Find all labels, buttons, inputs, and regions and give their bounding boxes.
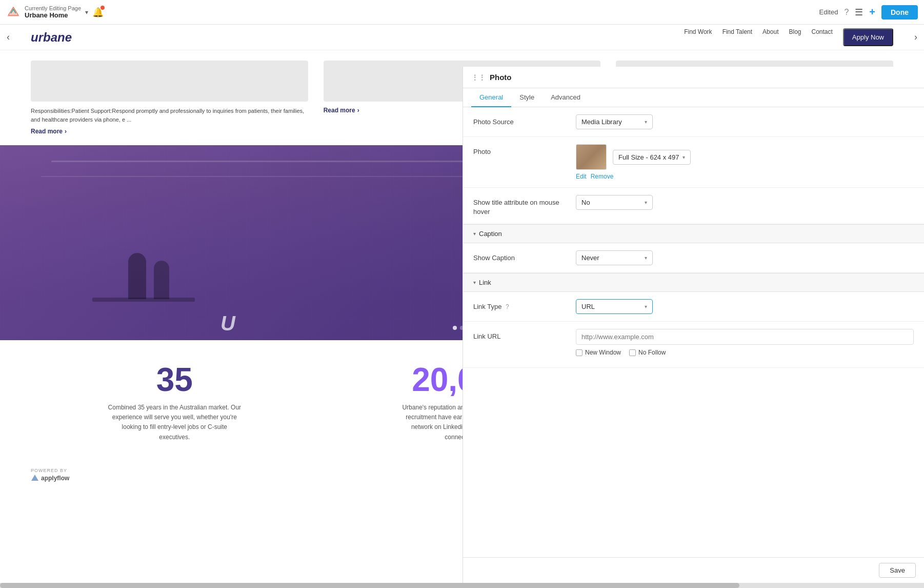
- photo-thumb-row: Full Size - 624 x 497 ▾: [576, 144, 914, 170]
- photo-source-label: Photo Source: [473, 114, 576, 127]
- show-title-row: Show title attribute on mouse hover No ▾: [463, 188, 924, 224]
- nav-arrow-left[interactable]: ‹: [0, 25, 16, 49]
- show-title-value: No: [581, 199, 590, 206]
- done-button[interactable]: Done: [881, 5, 918, 19]
- new-window-checkbox-box[interactable]: [576, 349, 582, 356]
- thumb-image: [576, 145, 606, 169]
- editing-label: Currently Editing Page: [25, 5, 81, 11]
- stat-description: Combined 35 years in the Australian mark…: [108, 403, 241, 442]
- help-icon[interactable]: ?: [844, 8, 849, 17]
- save-button[interactable]: Save: [879, 563, 916, 578]
- show-title-control: No ▾: [576, 195, 914, 210]
- photo-source-select[interactable]: Media Library ▾: [576, 114, 653, 129]
- photo-source-row: Photo Source Media Library ▾: [463, 107, 924, 137]
- chevron-down-icon: ▾: [645, 304, 647, 309]
- arrow-icon: ›: [357, 107, 359, 114]
- show-caption-row: Show Caption Never ▾: [463, 243, 924, 273]
- photo-size-value: Full Size - 624 x 497: [618, 153, 679, 161]
- add-icon[interactable]: +: [869, 6, 875, 18]
- panel-header: ⋮⋮ Photo: [463, 67, 924, 88]
- page-dropdown-arrow[interactable]: ▾: [85, 9, 88, 16]
- link-section-label: Link: [479, 279, 491, 286]
- top-bar: Currently Editing Page Urbane Home ▾ 🔔 E…: [0, 0, 924, 25]
- link-type-select[interactable]: URL ▾: [576, 299, 653, 314]
- edited-status-label: Edited: [819, 8, 838, 16]
- nav-item[interactable]: Blog: [789, 28, 801, 46]
- powered-by-label: POWERED BY: [31, 468, 69, 473]
- remove-photo-link[interactable]: Remove: [591, 173, 614, 180]
- nav-item[interactable]: Find Work: [684, 28, 712, 46]
- chevron-down-icon: ▾: [645, 255, 647, 261]
- chevron-down-icon: ▾: [473, 280, 476, 285]
- link-url-row: Link URL New Window No Follow: [463, 322, 924, 368]
- list-icon[interactable]: ☰: [855, 7, 863, 18]
- applyflow-brand: applyflow: [41, 475, 69, 482]
- app-logo-icon: [6, 5, 21, 19]
- photo-panel: ⋮⋮ Photo General Style Advanced Photo So…: [463, 67, 924, 583]
- show-title-label: Show title attribute on mouse hover: [473, 195, 576, 217]
- scrollbar-thumb[interactable]: [0, 583, 739, 588]
- editing-page-name: Urbane Home: [25, 11, 81, 19]
- article-text: Responsibilities:Patient Support:Respond…: [31, 107, 308, 124]
- stat-number: 35: [31, 361, 318, 399]
- link-url-control: New Window No Follow: [576, 329, 914, 356]
- article-image-placeholder: [31, 61, 308, 102]
- photo-source-control: Media Library ▾: [576, 114, 914, 129]
- site-nav: Find Work Find Talent About Blog Contact…: [684, 28, 893, 46]
- link-type-value: URL: [581, 303, 595, 310]
- nav-arrow-right[interactable]: ›: [908, 25, 924, 49]
- new-window-label: New Window: [585, 349, 621, 356]
- show-title-select[interactable]: No ▾: [576, 195, 653, 210]
- help-question-icon[interactable]: ?: [506, 303, 509, 310]
- panel-footer: Save: [463, 557, 924, 583]
- tab-general[interactable]: General: [471, 88, 511, 107]
- link-type-label: Link Type ?: [473, 299, 576, 311]
- edit-photo-link[interactable]: Edit: [576, 173, 587, 180]
- show-caption-label: Show Caption: [473, 250, 576, 263]
- nav-item[interactable]: About: [762, 28, 778, 46]
- photo-thumbnail: [576, 144, 607, 170]
- read-more-link[interactable]: Read more ›: [31, 128, 308, 135]
- panel-title: Photo: [490, 73, 512, 82]
- site-logo: urbane: [31, 30, 72, 45]
- top-bar-right: Edited ? ☰ + Done: [819, 5, 918, 19]
- photo-field-row: Photo Full Size - 624 x 497 ▾ Edit Remo: [463, 137, 924, 188]
- applyflow-logo-icon: [31, 474, 39, 482]
- show-caption-select[interactable]: Never ▾: [576, 250, 653, 265]
- link-type-row: Link Type ? URL ▾: [463, 292, 924, 322]
- chevron-down-icon: ▾: [682, 154, 685, 160]
- editing-info: Currently Editing Page Urbane Home: [25, 5, 81, 19]
- link-url-label: Link URL: [473, 329, 576, 341]
- panel-tabs: General Style Advanced: [463, 88, 924, 107]
- stat-item: 35 Combined 35 years in the Australian m…: [31, 361, 318, 442]
- photo-size-select[interactable]: Full Size - 624 x 497 ▾: [613, 150, 691, 165]
- link-type-control: URL ▾: [576, 299, 914, 314]
- scrollbar[interactable]: [0, 583, 924, 588]
- caption-section-label: Caption: [479, 230, 502, 238]
- nav-item[interactable]: Contact: [812, 28, 833, 46]
- show-caption-control: Never ▾: [576, 250, 914, 265]
- nav-item[interactable]: Find Talent: [722, 28, 752, 46]
- tab-advanced[interactable]: Advanced: [543, 88, 589, 107]
- photo-field-label: Photo: [473, 144, 576, 156]
- no-follow-checkbox-box[interactable]: [629, 349, 636, 356]
- chevron-down-icon: ▾: [473, 231, 476, 237]
- site-cta-button[interactable]: Apply Now: [843, 28, 893, 46]
- chevron-down-icon: ▾: [645, 200, 647, 205]
- photo-field-control: Full Size - 624 x 497 ▾ Edit Remove: [576, 144, 914, 180]
- no-follow-checkbox[interactable]: No Follow: [629, 349, 666, 356]
- panel-body: Photo Source Media Library ▾ Photo: [463, 107, 924, 557]
- link-section-header[interactable]: ▾ Link: [463, 273, 924, 292]
- article-item: Responsibilities:Patient Support:Respond…: [31, 61, 308, 135]
- link-url-input[interactable]: [576, 329, 914, 345]
- show-caption-value: Never: [581, 254, 599, 262]
- notification-bell-icon[interactable]: 🔔: [92, 7, 104, 18]
- link-options-row: New Window No Follow: [576, 349, 914, 356]
- drag-handle-icon[interactable]: ⋮⋮: [471, 73, 486, 82]
- notification-badge: [101, 6, 105, 10]
- new-window-checkbox[interactable]: New Window: [576, 349, 621, 356]
- caption-section-header[interactable]: ▾ Caption: [463, 224, 924, 243]
- chevron-down-icon: ▾: [645, 119, 647, 125]
- tab-style[interactable]: Style: [511, 88, 543, 107]
- top-bar-left: Currently Editing Page Urbane Home ▾ 🔔: [6, 5, 104, 19]
